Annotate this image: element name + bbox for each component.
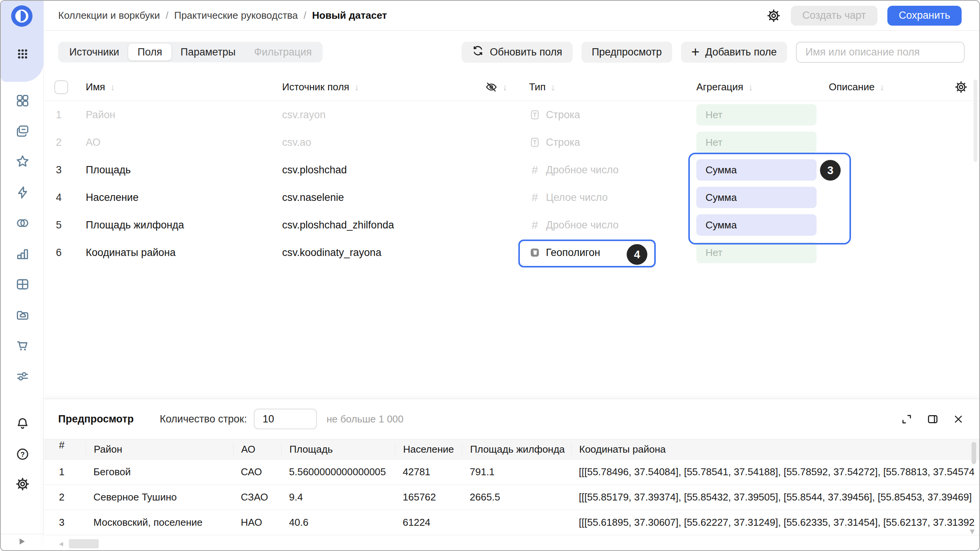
preview-column-header: Население xyxy=(395,443,462,456)
fields-table-header: Имя ↓ Источник поля ↓ ↓ xyxy=(44,73,979,101)
row-count-hint: не больше 1 000 xyxy=(327,413,403,425)
scroll-down-arrow-icon[interactable]: ▼ xyxy=(968,527,976,536)
expand-preview-icon[interactable] xyxy=(901,413,913,425)
preview-cell: НАО xyxy=(233,517,281,528)
expand-panel-icon[interactable] xyxy=(19,538,26,546)
column-header-aggregation[interactable]: Агрегация xyxy=(696,81,743,93)
connections-circles-icon[interactable] xyxy=(15,216,30,230)
sort-icon[interactable]: ↓ xyxy=(354,82,359,93)
preview-row: 1БеговойСАО5.560000000000000542781791.1[… xyxy=(44,460,979,485)
marketplace-cart-icon[interactable] xyxy=(15,338,30,353)
breadcrumb-guides[interactable]: Практические руководства xyxy=(174,10,298,21)
preview-table-header: #РайонАОПлощадьНаселениеПлощадь жилфонда… xyxy=(44,439,979,460)
column-header-name[interactable]: Имя xyxy=(86,81,105,93)
field-type-select[interactable]: #Дробное число xyxy=(526,219,695,231)
field-type-label: Геополигон xyxy=(546,247,600,259)
row-count-input[interactable] xyxy=(254,409,317,429)
string-type-icon xyxy=(529,109,541,121)
preview-column-header: # xyxy=(44,439,86,459)
tables-grid-icon[interactable] xyxy=(15,277,30,292)
close-preview-icon[interactable] xyxy=(953,414,964,425)
apps-grid-icon[interactable] xyxy=(17,48,28,60)
sort-icon[interactable]: ↓ xyxy=(880,82,885,93)
field-row[interactable]: 5Площадь жилфондаcsv.ploshchad_zhilfonda… xyxy=(44,211,979,239)
field-name: Площадь жилфонда xyxy=(86,219,184,231)
select-all-checkbox[interactable] xyxy=(54,80,68,94)
field-type-select[interactable]: Строка xyxy=(526,109,695,121)
workbooks-icon[interactable] xyxy=(15,124,30,139)
breadcrumb-collections[interactable]: Коллекции и воркбуки xyxy=(58,10,160,21)
save-button[interactable]: Сохранить xyxy=(887,6,962,26)
favorites-star-icon[interactable] xyxy=(15,154,30,168)
field-row[interactable]: 2АОcsv.aoСтрокаНет xyxy=(44,129,979,156)
tab-sources[interactable]: Источники xyxy=(60,44,128,60)
field-row[interactable]: 4Населениеcsv.naselenie#Целое числоСумма xyxy=(44,184,979,211)
horizontal-scroll-thumb[interactable] xyxy=(69,539,99,548)
service-settings-sliders-icon[interactable] xyxy=(15,369,30,383)
preview-vertical-scrollbar[interactable] xyxy=(972,442,976,464)
field-type-select[interactable]: Строка xyxy=(526,137,695,148)
row-number: 6 xyxy=(54,247,62,259)
row-number: 4 xyxy=(54,192,62,204)
field-name: Население xyxy=(86,192,139,203)
column-header-type[interactable]: Тип xyxy=(529,81,546,93)
tab-parameters[interactable]: Параметры xyxy=(172,44,245,60)
breadcrumb-separator: / xyxy=(166,10,168,21)
field-type-select[interactable]: #Целое число xyxy=(526,192,695,204)
dataset-settings-gear-icon[interactable] xyxy=(766,8,781,23)
tab-filtering[interactable]: Фильтрация xyxy=(245,44,321,60)
field-search-input[interactable] xyxy=(796,42,965,63)
scroll-left-arrow-icon[interactable]: ◂ xyxy=(59,539,63,549)
field-name: АО xyxy=(86,137,100,148)
row-number: 2 xyxy=(54,137,62,148)
help-icon[interactable]: ? xyxy=(15,447,30,461)
settings-gear-icon[interactable] xyxy=(15,477,30,491)
preview-cell: 3 xyxy=(44,517,86,528)
preview-cell: 2665.5 xyxy=(462,491,571,503)
fields-scrollbar[interactable] xyxy=(973,80,977,162)
aggregation-select[interactable]: Нет xyxy=(696,242,817,263)
preview-column-header: Площадь xyxy=(281,443,395,456)
table-settings-gear-icon[interactable] xyxy=(954,80,968,94)
preview-button[interactable]: Предпросмотр xyxy=(581,42,672,63)
breadcrumb-current-dataset: Новый датасет xyxy=(312,10,387,21)
field-row[interactable]: 1Районcsv.rayonСтрокаНет xyxy=(44,101,979,129)
aggregation-select[interactable]: Сумма xyxy=(696,214,817,236)
number-type-icon: # xyxy=(529,164,541,176)
quick-actions-lightning-icon[interactable] xyxy=(15,185,30,200)
field-type-label: Дробное число xyxy=(546,164,619,176)
field-type-select[interactable]: #Дробное число xyxy=(526,164,695,176)
sort-icon[interactable]: ↓ xyxy=(550,82,555,93)
create-chart-button[interactable]: Создать чарт xyxy=(791,6,877,26)
sort-icon[interactable]: ↓ xyxy=(110,82,115,93)
add-field-button[interactable]: + Добавить поле xyxy=(681,42,787,63)
preview-cell: САО xyxy=(233,466,281,478)
sort-icon[interactable]: ↓ xyxy=(748,82,753,93)
charts-bar-icon[interactable] xyxy=(15,246,30,261)
callout-badge-4: 4 xyxy=(627,244,647,265)
svg-text:?: ? xyxy=(20,451,24,458)
column-header-description[interactable]: Описание xyxy=(829,81,875,93)
field-row[interactable]: 6Коодинаты районаcsv.koodinaty_rayonaГео… xyxy=(44,239,979,266)
aggregation-select[interactable]: Нет xyxy=(696,132,817,153)
preview-cell: Московский, поселение xyxy=(86,517,233,528)
field-name: Коодинаты района xyxy=(86,247,176,258)
sort-icon[interactable]: ↓ xyxy=(503,82,508,93)
split-view-icon[interactable] xyxy=(927,413,939,425)
aggregation-select[interactable]: Нет xyxy=(696,104,817,126)
preview-cell: Беговой xyxy=(86,466,233,478)
aggregation-select[interactable]: Сумма xyxy=(696,187,817,208)
datalens-logo-icon[interactable] xyxy=(10,4,34,29)
number-type-icon: # xyxy=(529,192,541,203)
cloud-folder-icon[interactable] xyxy=(15,308,30,322)
tab-fields[interactable]: Поля xyxy=(128,44,171,60)
notifications-bell-icon[interactable] xyxy=(15,416,30,431)
dashboards-icon[interactable] xyxy=(15,93,30,108)
aggregation-select[interactable]: Сумма xyxy=(696,159,817,181)
eye-off-icon[interactable] xyxy=(485,81,498,93)
refresh-fields-button[interactable]: Обновить поля xyxy=(462,42,572,63)
field-source: csv.koodinaty_rayona xyxy=(282,247,381,259)
field-type-select[interactable]: Геополигон xyxy=(526,247,695,259)
field-source: csv.ploshchad xyxy=(282,164,347,176)
column-header-source[interactable]: Источник поля xyxy=(282,81,349,93)
